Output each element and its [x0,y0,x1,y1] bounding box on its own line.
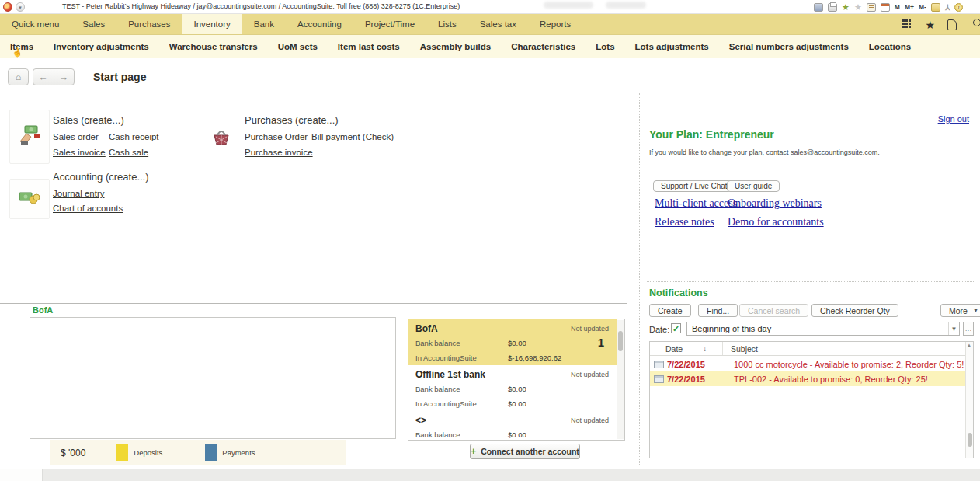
bank-status: Not updated [571,325,609,333]
notifications-table: Date ↓ Subject 7/22/2015 1000 cc motorcy… [649,341,974,458]
history-icon[interactable] [947,19,957,30]
submenu-serial-numbers-adjustments[interactable]: Serial numbers adjustments [719,42,859,51]
chart-of-accounts-link[interactable]: Chart of accounts [53,204,123,213]
bank-panel-scrollbar[interactable] [617,320,624,439]
date-filter-checkbox[interactable]: ✓ [671,323,681,333]
folder-icon[interactable] [931,3,940,12]
bill-payment-check-link[interactable]: Bill payment (Check) [311,132,394,141]
menu-reports[interactable]: Reports [528,14,582,34]
menu-sales-tax[interactable]: Sales tax [468,14,528,34]
notifications-scrollbar[interactable]: ▲ [965,342,973,458]
menu-bank[interactable]: Bank [242,14,286,34]
bank-balance-value: $0.00 [508,339,526,347]
row-date: 7/22/2015 [667,360,723,369]
menu-sales[interactable]: Sales [71,14,116,34]
scroll-up-icon[interactable]: ▲ [967,343,971,347]
in-accountingsuite-value: $-16,698,920.62 [508,354,561,362]
notification-doc-icon [654,361,664,368]
in-accountingsuite-value: $0.00 [508,399,526,408]
accounting-icon [19,190,40,207]
bank-account-item[interactable]: Offline 1st bank Not updated Bank balanc… [408,365,617,411]
date-more-options-button[interactable]: … [963,322,974,336]
back-button[interactable]: ← [33,71,54,82]
bank-account-item[interactable]: <> Not updated Bank balance $0.00 [408,411,617,441]
create-button[interactable]: Create [649,304,691,317]
check-reorder-qty-button[interactable]: Check Reorder Qty [811,304,898,317]
date-column-header[interactable]: Date ↓ [650,342,723,355]
menu-inventory[interactable]: Inventory [182,14,242,34]
calendar-icon[interactable] [881,3,890,12]
sales-order-link[interactable]: Sales order [53,132,99,141]
cancel-search-button: Cancel search [739,304,808,317]
user-guide-button[interactable]: User guide [727,180,780,192]
forward-button[interactable]: → [54,71,75,82]
connect-another-account-button[interactable]: + Connect another account [470,444,580,459]
in-accountingsuite-label: In AccountingSuite [415,399,477,408]
page-title: Start page [93,71,146,83]
save-icon[interactable] [814,3,823,12]
more-button[interactable]: More ▼ [940,304,980,317]
bank-account-item[interactable]: BofA Not updated Bank balance $0.00 1 In… [408,319,617,365]
menu-accounting[interactable]: Accounting [286,14,353,34]
cash-sale-link[interactable]: Cash sale [109,148,148,157]
memory-plus-button[interactable]: M+ [905,3,914,11]
submenu-lots-adjustments[interactable]: Lots adjustments [625,42,719,51]
date-filter-input[interactable] [687,324,948,333]
submenu-item-last-costs[interactable]: Item last costs [328,42,410,51]
date-filter-input-wrap: ▼ [686,322,960,336]
favorites-star-icon[interactable]: ★ [925,19,935,30]
subject-column-header[interactable]: Subject [723,344,758,354]
bank-balance-value: $0.00 [508,385,526,393]
release-notes-link[interactable]: Release notes [655,216,714,228]
multi-client-access-link[interactable]: Multi-client access [655,197,737,210]
submenu-inventory-adjustments[interactable]: Inventory adjustments [43,42,159,51]
submenu-characteristics[interactable]: Characteristics [501,42,586,51]
window-menu-icon[interactable]: ▾ [16,2,25,12]
menu-purchases[interactable]: Purchases [116,14,182,34]
table-row[interactable]: 7/22/2015 1000 cc motorcycle - Available… [650,357,965,371]
favorites-add-icon[interactable]: ★ [842,3,850,12]
favorites-dim-icon[interactable]: ★ [854,3,862,12]
journal-entry-link[interactable]: Journal entry [53,189,104,198]
purchase-order-link[interactable]: Purchase Order [245,132,308,141]
find-button[interactable]: Find... [698,304,738,317]
submenu-assembly-builds[interactable]: Assembly builds [410,42,501,51]
sheet-icon[interactable] [867,3,876,12]
scrollbar-thumb[interactable] [618,331,623,351]
submenu-warehouse-transfers[interactable]: Warehouse transfers [159,42,268,51]
titlebar-reflection [606,2,646,9]
submenu-uom-sets[interactable]: UoM sets [268,42,328,51]
date-dropdown-icon[interactable]: ▼ [948,322,959,335]
cash-receipt-link[interactable]: Cash receipt [109,132,159,141]
horizontal-divider [647,281,974,282]
scrollbar-thumb[interactable] [968,433,972,447]
purchase-invoice-link[interactable]: Purchase invoice [245,148,313,157]
sign-out-link[interactable]: Sign out [938,114,969,124]
row-subject: 1000 cc motorcycle - Available to promis… [723,360,964,369]
onboarding-webinars-link[interactable]: Onboarding webinars [728,197,822,210]
home-button[interactable]: ⌂ [8,68,29,85]
info-icon[interactable]: i [954,3,963,12]
demo-for-accountants-link[interactable]: Demo for accountants [728,216,824,228]
bank-balance-label: Bank balance [415,430,460,439]
memory-minus-button[interactable]: M- [919,3,926,11]
tools-icon[interactable]: ⅄ [945,3,950,12]
print-icon[interactable] [828,3,837,12]
memory-store-button[interactable]: M [895,3,900,11]
table-row[interactable]: 7/22/2015 TPL-002 - Available to promise… [650,371,965,386]
bank-name: Offline 1st bank [415,369,485,380]
sales-invoice-link[interactable]: Sales invoice [53,148,106,157]
search-icon[interactable] [973,19,980,26]
plan-heading: Your Plan: Entrepreneur [649,128,774,141]
main-menu-bar: Quick menu Sales Purchases Inventory Ban… [0,14,980,35]
notifications-heading: Notifications [649,288,708,298]
menu-lists[interactable]: Lists [426,14,468,34]
bank-balance-label: Bank balance [415,385,460,393]
menu-quick-menu[interactable]: Quick menu [0,14,71,34]
bank-status: Not updated [571,371,609,378]
functions-grid-icon[interactable] [902,19,912,30]
submenu-locations[interactable]: Locations [859,42,921,51]
submenu-lots[interactable]: Lots [586,42,624,51]
menu-project-time[interactable]: Project/Time [353,14,426,34]
support-live-chat-button[interactable]: Support / Live Chat [653,180,735,192]
